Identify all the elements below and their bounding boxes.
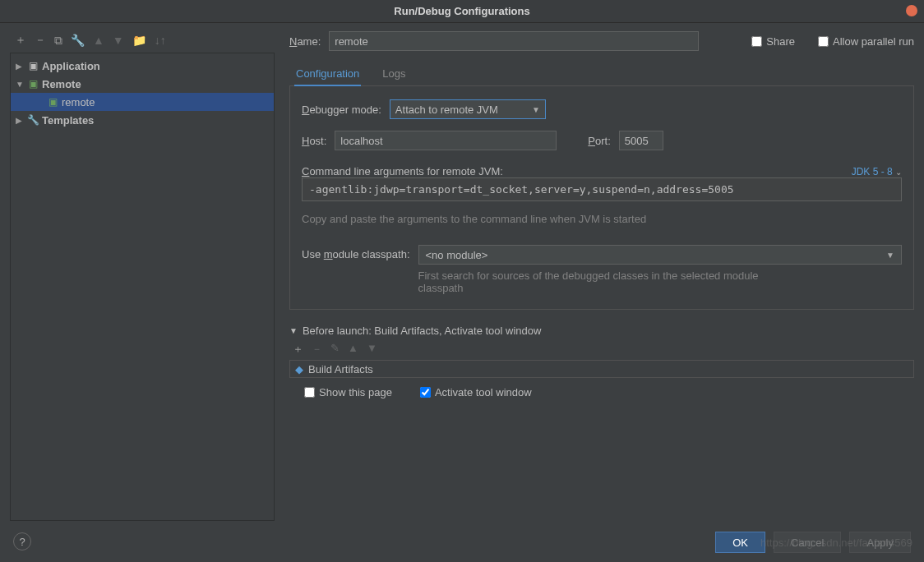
cancel-button[interactable]: Cancel: [774, 532, 841, 553]
port-input[interactable]: [619, 131, 663, 150]
folder-icon[interactable]: 📁: [132, 34, 146, 47]
tree-item-templates[interactable]: ▶ 🔧 Templates: [11, 111, 274, 129]
chevron-down-icon: ▼: [886, 251, 894, 260]
debugger-mode-label: Debugger mode:: [302, 104, 381, 116]
tree-item-remote[interactable]: ▼ ▣ Remote: [11, 75, 274, 93]
up-icon[interactable]: ▲: [93, 34, 104, 47]
module-label: Use module classpath:: [302, 245, 410, 260]
add-icon[interactable]: ＋: [15, 33, 26, 48]
host-label: Host:: [302, 135, 326, 147]
before-launch-list[interactable]: ◆ Build Artifacts: [289, 360, 914, 378]
titlebar: Run/Debug Configurations: [0, 0, 924, 23]
edit-icon[interactable]: ✎: [330, 342, 340, 357]
application-icon: ▣: [27, 60, 39, 71]
form-area: Debugger mode: Attach to remote JVM ▼ Ho…: [289, 86, 914, 310]
copy-icon[interactable]: ⧉: [54, 34, 62, 48]
dialog-footer: OK Cancel Apply: [0, 523, 924, 562]
module-select[interactable]: <no module> ▼: [418, 245, 902, 265]
chevron-down-icon: ▼: [16, 80, 24, 89]
before-launch-section: ▼ Before launch: Build Artifacts, Activa…: [289, 325, 914, 398]
port-label: Port:: [588, 135, 610, 147]
chevron-right-icon: ▶: [16, 116, 24, 125]
chevron-right-icon: ▶: [16, 62, 24, 71]
add-icon[interactable]: ＋: [293, 342, 303, 357]
right-panel: Name: Share Allow parallel run Configura…: [275, 30, 914, 521]
wrench-icon: 🔧: [27, 114, 39, 126]
left-panel: ＋ － ⧉ 🔧 ▲ ▼ 📁 ↓↑ ▶ ▣ Application ▼ ▣ Rem…: [10, 30, 275, 521]
cmd-label: Command line arguments for remote JVM:: [302, 165, 503, 177]
name-label: Name:: [289, 35, 321, 48]
tree-item-remote-config[interactable]: ▣ remote: [11, 93, 274, 111]
cmdline-field[interactable]: -agentlib:jdwp=transport=dt_socket,serve…: [302, 177, 902, 201]
cmd-hint: Copy and paste the arguments to the comm…: [302, 213, 902, 225]
sort-icon[interactable]: ↓↑: [155, 34, 166, 47]
jdk-selector[interactable]: JDK 5 - 8 ⌄: [852, 166, 902, 177]
wrench-icon[interactable]: 🔧: [71, 34, 85, 47]
debugger-mode-select[interactable]: Attach to remote JVM ▼: [390, 99, 546, 119]
tab-configuration[interactable]: Configuration: [294, 64, 361, 86]
module-hint: First search for sources of the debugged…: [418, 269, 780, 294]
tab-logs[interactable]: Logs: [381, 64, 407, 85]
host-input[interactable]: [335, 131, 557, 150]
allow-parallel-checkbox[interactable]: Allow parallel run: [818, 35, 914, 48]
show-this-page-checkbox[interactable]: Show this page: [304, 386, 392, 398]
config-tree: ▶ ▣ Application ▼ ▣ Remote ▣ remote ▶ 🔧 …: [10, 53, 275, 521]
before-launch-toolbar: ＋ － ✎ ▲ ▼: [289, 342, 914, 357]
chevron-down-icon: ▼: [532, 105, 540, 114]
apply-button[interactable]: Apply: [849, 532, 911, 553]
tabs: Configuration Logs: [289, 64, 914, 86]
up-icon[interactable]: ▲: [348, 342, 358, 357]
artifact-icon: ◆: [295, 363, 303, 375]
activate-tool-checkbox[interactable]: Activate tool window: [420, 386, 532, 398]
remote-config-icon: ▣: [47, 96, 58, 108]
down-icon[interactable]: ▼: [113, 34, 124, 47]
close-icon[interactable]: [906, 5, 917, 16]
remote-icon: ▣: [27, 78, 39, 90]
config-toolbar: ＋ － ⧉ 🔧 ▲ ▼ 📁 ↓↑: [10, 30, 275, 51]
window-title: Run/Debug Configurations: [394, 5, 529, 17]
tree-item-application[interactable]: ▶ ▣ Application: [11, 57, 274, 75]
chevron-down-icon: ▼: [289, 326, 298, 335]
ok-button[interactable]: OK: [715, 532, 765, 553]
share-checkbox[interactable]: Share: [751, 35, 795, 48]
remove-icon[interactable]: －: [35, 33, 46, 48]
before-launch-header[interactable]: ▼ Before launch: Build Artifacts, Activa…: [289, 325, 914, 337]
down-icon[interactable]: ▼: [367, 342, 377, 357]
name-input[interactable]: [329, 31, 699, 51]
remove-icon[interactable]: －: [312, 342, 322, 357]
